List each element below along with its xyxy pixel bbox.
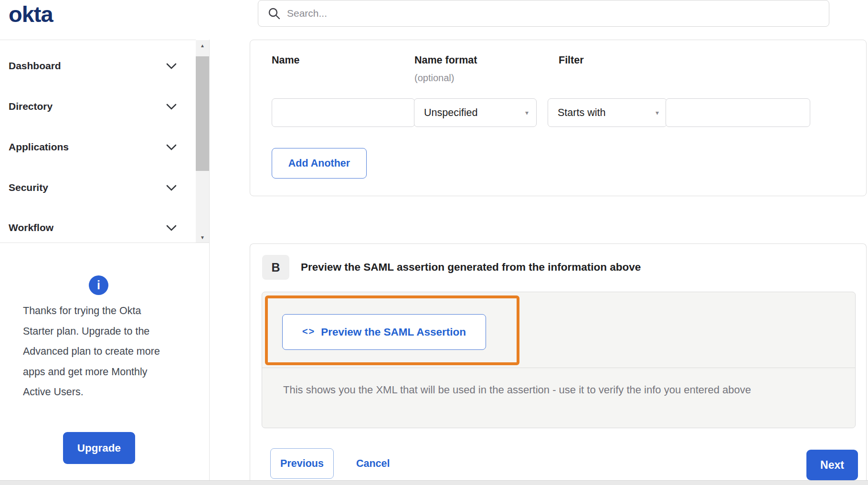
chevron-down-icon <box>166 63 177 69</box>
sidebar-item-workflow[interactable]: Workflow <box>9 217 177 238</box>
column-header-optional-hint: (optional) <box>414 73 454 84</box>
search-icon <box>268 7 280 20</box>
step-b-badge: B <box>262 255 289 280</box>
sidebar-item-dashboard[interactable]: Dashboard <box>9 55 177 76</box>
cancel-link[interactable]: Cancel <box>356 448 390 479</box>
upsell-message: Thanks for trying the Okta Starter plan.… <box>23 301 169 402</box>
sidebar-item-security[interactable]: Security <box>9 177 177 198</box>
chevron-down-icon <box>166 185 177 191</box>
name-format-selected-value: Unspecified <box>424 107 477 119</box>
chevron-down-icon <box>166 104 177 110</box>
column-header-name: Name <box>272 54 300 66</box>
panel-divider <box>262 368 855 368</box>
preview-panel: This shows you the XML that will be used… <box>262 292 856 428</box>
sidebar-item-label: Security <box>9 182 48 193</box>
preview-saml-assertion-button[interactable]: <> Preview the SAML Assertion <box>282 314 486 350</box>
sidebar-item-label: Workflow <box>9 222 53 233</box>
next-button[interactable]: Next <box>806 450 858 480</box>
filter-value-input[interactable] <box>666 98 810 127</box>
filter-operator-select[interactable]: Starts with ▾ <box>548 98 667 127</box>
attribute-statements-card: Name Name format (optional) Filter Unspe… <box>250 40 867 196</box>
chevron-down-icon <box>166 225 177 231</box>
scroll-up-arrow-icon[interactable]: ▲ <box>196 40 209 51</box>
preview-description: This shows you the XML that will be used… <box>283 384 837 396</box>
search-input[interactable] <box>287 8 764 19</box>
column-header-filter: Filter <box>559 54 584 66</box>
previous-button[interactable]: Previous <box>270 448 334 479</box>
sidebar-item-label: Applications <box>9 141 69 153</box>
column-header-name-format: Name format <box>414 54 477 66</box>
global-search[interactable] <box>258 0 829 27</box>
sidebar-right-divider <box>209 40 210 480</box>
info-icon: i <box>89 275 108 295</box>
saml-preview-card: B Preview the SAML assertion generated f… <box>250 243 867 480</box>
sidebar-item-label: Directory <box>9 101 53 112</box>
sidebar-item-directory[interactable]: Directory <box>9 96 177 117</box>
sidebar-scrollbar[interactable]: ▲ ▼ <box>196 40 209 242</box>
code-icon: <> <box>302 326 315 337</box>
add-another-button[interactable]: Add Another <box>272 148 367 179</box>
upgrade-button[interactable]: Upgrade <box>63 432 135 464</box>
horizontal-scrollbar-track <box>0 480 868 485</box>
caret-down-icon: ▾ <box>656 109 659 116</box>
sidebar-item-applications[interactable]: Applications <box>9 137 177 158</box>
attribute-name-input[interactable] <box>272 98 415 127</box>
preview-section-heading: Preview the SAML assertion generated fro… <box>301 261 641 274</box>
sidebar-top-divider <box>0 40 196 40</box>
sidebar-bottom-divider <box>0 242 210 243</box>
caret-down-icon: ▾ <box>525 109 529 116</box>
chevron-down-icon <box>166 144 177 150</box>
scrollbar-thumb[interactable] <box>196 56 209 171</box>
preview-saml-button-label: Preview the SAML Assertion <box>321 326 466 338</box>
scroll-down-arrow-icon[interactable]: ▼ <box>196 232 209 242</box>
name-format-select[interactable]: Unspecified ▾ <box>414 98 537 127</box>
filter-operator-selected-value: Starts with <box>558 107 605 119</box>
sidebar-item-label: Dashboard <box>9 60 61 72</box>
okta-logo[interactable]: okta <box>9 1 53 27</box>
